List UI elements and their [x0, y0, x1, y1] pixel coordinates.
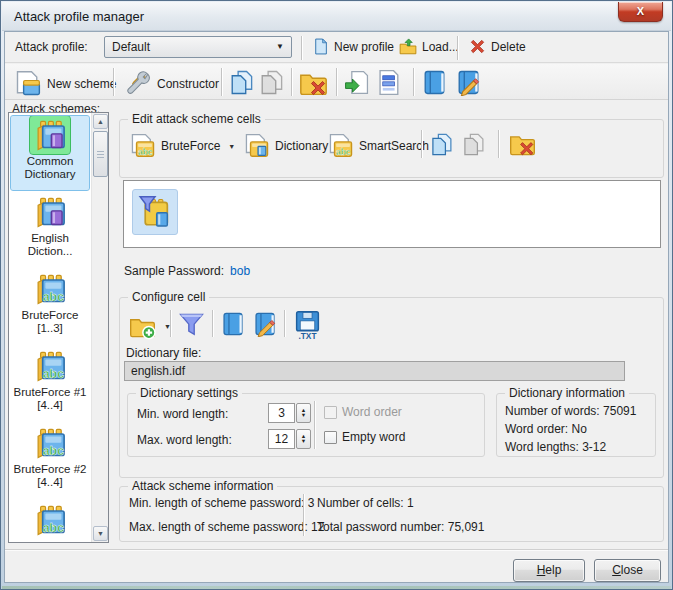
add-smartsearch-cell-button[interactable]: SmartSearch — [323, 130, 434, 162]
bruteforce-label: BruteForce — [161, 139, 220, 153]
max-word-length-spinner[interactable]: 12 ▲ ▼ — [268, 429, 312, 449]
import-scheme-button[interactable] — [343, 69, 370, 96]
list-item-common-dictionary[interactable]: Common Dictionary — [11, 116, 89, 190]
spin-down-icon: ▼ — [301, 439, 306, 445]
new-scheme-button[interactable]: New scheme — [9, 67, 121, 101]
new-profile-button[interactable]: New profile — [307, 35, 399, 58]
scheme-items: Common Dictionary English Diction... Bru… — [9, 113, 91, 543]
edit-cells-group-label: Edit attack scheme cells — [128, 112, 265, 126]
separator — [221, 68, 222, 96]
list-scrollbar[interactable]: ▲ ▼ — [91, 113, 108, 542]
configure-cell-group: Configure cell ▼ Dictionary file: englis… — [119, 297, 664, 478]
scroll-down-button[interactable]: ▼ — [93, 526, 108, 541]
bruteforce-folder-icon — [34, 427, 67, 460]
copy-icon — [228, 69, 255, 96]
scheme-toolbar: New scheme Constructor — [5, 64, 668, 100]
number-of-words: Number of words: 75091 — [505, 404, 636, 418]
empty-word-checkbox[interactable]: Empty word — [324, 430, 405, 444]
chevron-down-icon: ▼ — [276, 42, 284, 51]
spinner-buttons[interactable]: ▲ ▼ — [296, 403, 311, 423]
load-label: Load... — [422, 40, 459, 54]
word-order-info: Word order: No — [505, 422, 587, 436]
chevron-down-icon: ▼ — [228, 143, 235, 150]
profile-toolbar: Attack profile: Default ▼ New profile Lo… — [5, 32, 668, 63]
word-order-checkbox: Word order — [324, 405, 402, 419]
new-profile-label: New profile — [334, 40, 394, 54]
report-icon — [375, 69, 402, 96]
filter-button[interactable] — [177, 310, 206, 339]
constructor-button[interactable]: Constructor — [119, 67, 224, 101]
dictionary-settings-label: Dictionary settings — [136, 386, 242, 400]
delete-profile-button[interactable]: Delete — [464, 35, 531, 58]
paste-icon — [258, 69, 285, 96]
list-item-bruteforce-2[interactable]: BruteForce #2 [4..4] — [11, 424, 89, 498]
new-profile-icon — [312, 38, 329, 55]
dictionary-cell[interactable] — [132, 189, 178, 235]
close-icon: X — [637, 5, 644, 17]
copy-cell-button[interactable] — [428, 131, 455, 158]
window-title: Attack profile manager — [14, 9, 144, 24]
combobox-value: Default — [112, 40, 150, 54]
delete-cell-icon — [509, 131, 536, 158]
edit-dictionary-button[interactable] — [251, 310, 279, 338]
scroll-up-button[interactable]: ▲ — [93, 114, 108, 129]
selected-icon-highlight — [30, 116, 70, 154]
empty-word-label: Empty word — [342, 430, 405, 444]
dictionaries-icon — [421, 69, 448, 96]
list-item-bruteforce[interactable]: BruteForce [1..3] — [11, 270, 89, 344]
dictionaries-button[interactable] — [420, 68, 449, 97]
dictionary-cell-icon — [138, 195, 172, 229]
list-item-label: BruteForce #1 [4..4] — [11, 386, 89, 412]
separator — [291, 68, 292, 96]
add-dictionary-icon — [129, 313, 156, 340]
delete-scheme-button[interactable] — [298, 68, 329, 99]
number-of-cells: Number of cells: 1 — [317, 496, 414, 510]
add-dictionary-cell-button[interactable]: Dictionary — [239, 130, 333, 162]
delete-cell-button[interactable] — [508, 130, 537, 159]
scrollbar-thumb[interactable] — [93, 131, 108, 177]
spin-down-icon: ▼ — [301, 413, 306, 419]
dictionaries-icon — [220, 311, 246, 337]
dictionary-folder-icon — [34, 196, 67, 229]
attack-profile-combobox[interactable]: Default ▼ — [104, 36, 292, 58]
separator — [421, 130, 422, 158]
min-word-length-value[interactable]: 3 — [268, 403, 295, 423]
titlebar[interactable]: Attack profile manager X — [2, 2, 671, 31]
separator — [336, 68, 337, 96]
separator — [301, 36, 302, 60]
dialog-body: Attack profile: Default ▼ New profile Lo… — [4, 31, 669, 583]
help-button[interactable]: Help — [513, 559, 585, 582]
separator — [113, 68, 114, 96]
delete-icon — [469, 38, 486, 55]
list-item-english-dictionary[interactable]: English Diction... — [11, 193, 89, 267]
separator — [303, 494, 304, 536]
dictionary-settings-group: Dictionary settings Min. word length: 3 … — [127, 393, 485, 457]
open-dictionaries-button[interactable] — [219, 310, 247, 338]
save-as-txt-button[interactable] — [292, 309, 323, 340]
list-item-bruteforce-1[interactable]: BruteForce #1 [4..4] — [11, 347, 89, 421]
add-dictionary-button[interactable]: ▼ — [124, 310, 176, 343]
word-order-label: Word order — [342, 405, 402, 419]
scheme-report-button[interactable] — [374, 68, 403, 97]
list-item-partial[interactable]: Numb... — [11, 501, 89, 543]
close-dialog-button[interactable]: Close — [594, 559, 661, 582]
copy-scheme-button[interactable] — [227, 68, 256, 97]
scheme-cells-area[interactable] — [123, 180, 661, 248]
close-button[interactable]: X — [618, 2, 663, 22]
bruteforce-folder-icon — [34, 504, 67, 537]
add-bruteforce-cell-button[interactable]: BruteForce ▼ — [125, 130, 240, 162]
paste-cell-button — [460, 131, 487, 158]
edit-scheme-icon — [455, 69, 482, 96]
edit-cells-group: Edit attack scheme cells BruteForce ▼ Di… — [119, 119, 664, 178]
spinner-buttons[interactable]: ▲ ▼ — [296, 429, 311, 449]
min-word-length-spinner[interactable]: 3 ▲ ▼ — [268, 403, 312, 423]
attack-scheme-info-group: Attack scheme information Min. length of… — [119, 486, 664, 542]
new-scheme-label: New scheme — [47, 77, 116, 91]
load-profile-button[interactable]: Load... — [394, 35, 464, 59]
dictionary-file-field[interactable]: english.idf — [124, 361, 625, 381]
max-word-length-value[interactable]: 12 — [268, 429, 295, 449]
scroll-down-icon: ▼ — [94, 527, 107, 541]
sample-password-label: Sample Password: — [124, 264, 224, 278]
edit-scheme-button[interactable] — [454, 68, 483, 97]
max-word-length-label: Max. word length: — [137, 433, 232, 447]
